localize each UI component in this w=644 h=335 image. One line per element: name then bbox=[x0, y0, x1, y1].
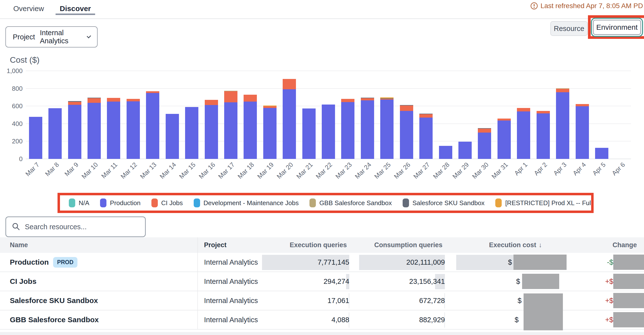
bar-group-mar-25[interactable]: Mar 25 bbox=[377, 71, 397, 159]
header-cell-name[interactable]: Name bbox=[0, 237, 198, 253]
table-body: ProductionPRODInternal Analytics7,771,14… bbox=[0, 253, 644, 329]
header-cell-consumption-queries[interactable]: Consumption queries bbox=[349, 237, 445, 253]
bar-group-mar-15[interactable]: Mar 15 bbox=[182, 71, 201, 159]
bar-group-mar-12[interactable]: Mar 12 bbox=[124, 71, 143, 159]
refresh-notice: Last refreshed Apr 7, 8:05 AM PD bbox=[530, 2, 643, 10]
warning-icon bbox=[530, 2, 538, 10]
bar-group-apr-4[interactable]: Apr 4 bbox=[572, 71, 592, 159]
bar-group-mar-28[interactable]: Mar 28 bbox=[436, 71, 455, 159]
bar-segment bbox=[185, 107, 198, 159]
legend-item[interactable]: GBB Salesforce Sandbox bbox=[310, 198, 392, 207]
resource-button[interactable]: Resource bbox=[550, 21, 588, 36]
bar-segment bbox=[224, 102, 238, 159]
search-input[interactable] bbox=[25, 223, 139, 231]
x-axis-label: Apr 1 bbox=[513, 161, 529, 177]
bar-group-mar-26[interactable]: Mar 26 bbox=[397, 71, 416, 159]
bar-group-mar-11[interactable]: Mar 11 bbox=[104, 71, 124, 159]
legend-swatch-icon bbox=[310, 198, 316, 207]
redaction-box bbox=[524, 293, 563, 330]
bar-segment bbox=[263, 108, 276, 159]
bar-group-mar-17[interactable]: Mar 17 bbox=[221, 71, 240, 159]
legend-item[interactable]: Development - Maintenance Jobs bbox=[194, 198, 299, 207]
bar-group-apr-3[interactable]: Apr 3 bbox=[553, 71, 572, 159]
x-axis-label: Mar 31 bbox=[490, 161, 510, 180]
bar-group-apr-1[interactable]: Apr 1 bbox=[514, 71, 534, 159]
cell-change: +$ bbox=[568, 272, 644, 291]
bar-segment bbox=[517, 111, 530, 159]
resource-name: Production bbox=[10, 258, 49, 266]
bar-group-mar-7[interactable]: Mar 7 bbox=[26, 71, 45, 159]
legend-item[interactable]: CI Jobs bbox=[152, 198, 183, 207]
legend-swatch-icon bbox=[402, 198, 409, 207]
bar-group-mar-8[interactable]: Mar 8 bbox=[45, 71, 65, 159]
header-cell-project[interactable]: Project bbox=[198, 237, 258, 253]
bar-segment bbox=[146, 91, 159, 93]
bar-segment bbox=[536, 111, 550, 113]
bar-group-mar-10[interactable]: Mar 10 bbox=[84, 71, 104, 159]
environment-button[interactable]: Environment bbox=[593, 20, 641, 35]
bar-segment bbox=[68, 105, 81, 159]
cell-consumption-queries: 202,111,009 bbox=[349, 253, 445, 271]
header-cell-execution-queries[interactable]: Execution queries bbox=[258, 237, 349, 253]
bar-group-mar-22[interactable]: Mar 22 bbox=[318, 71, 338, 159]
tab-overview[interactable]: Overview bbox=[13, 0, 44, 19]
bar-group-mar-14[interactable]: Mar 14 bbox=[162, 71, 182, 159]
header-cell-execution-cost[interactable]: Execution cost↓ bbox=[445, 237, 568, 253]
tab-discover[interactable]: Discover bbox=[60, 0, 91, 19]
resource-name: Salesforce SKU Sandbox bbox=[10, 296, 98, 305]
bar-group-mar-23[interactable]: Mar 23 bbox=[338, 71, 358, 159]
table-row[interactable]: CI JobsInternal Analytics294,27423,156,3… bbox=[0, 272, 644, 291]
bar-segment bbox=[419, 118, 432, 159]
cell-name: ProductionPROD bbox=[0, 253, 198, 271]
y-axis-label: 600 bbox=[0, 102, 22, 110]
bar-group-mar-27[interactable]: Mar 27 bbox=[416, 71, 436, 159]
legend-item[interactable]: N/A bbox=[69, 198, 89, 207]
legend-item[interactable]: Salesforce SKU Sandbox bbox=[402, 198, 484, 207]
bar-group-mar-24[interactable]: Mar 24 bbox=[358, 71, 377, 159]
x-axis-label: Mar 7 bbox=[24, 161, 41, 178]
bar-segment bbox=[302, 109, 316, 159]
x-axis-label: Apr 5 bbox=[591, 161, 607, 177]
bar-group-mar-9[interactable]: Mar 9 bbox=[65, 71, 84, 159]
change-sign: +$ bbox=[605, 316, 613, 324]
bar-segment bbox=[283, 79, 296, 89]
legend-item[interactable]: [RESTRICTED] Prod XL -- Full-Refresh job… bbox=[495, 198, 594, 207]
legend-label: Production bbox=[110, 199, 140, 207]
bar-group-mar-20[interactable]: Mar 20 bbox=[280, 71, 299, 159]
x-axis-label: Mar 24 bbox=[354, 161, 373, 180]
bar-group-mar-19[interactable]: Mar 19 bbox=[260, 71, 280, 159]
table-row[interactable]: ProductionPRODInternal Analytics7,771,14… bbox=[0, 253, 644, 272]
annotation-box-legend: N/AProductionCI JobsDevelopment - Mainte… bbox=[58, 193, 594, 213]
x-axis-label: Mar 16 bbox=[197, 161, 216, 180]
bar-group-mar-29[interactable]: Mar 29 bbox=[455, 71, 475, 159]
bar-group-mar-18[interactable]: Mar 18 bbox=[241, 71, 260, 159]
sort-desc-icon: ↓ bbox=[539, 241, 542, 249]
legend-item[interactable]: Production bbox=[100, 198, 140, 207]
bar-group-mar-21[interactable]: Mar 21 bbox=[299, 71, 318, 159]
table-row[interactable]: Salesforce SKU SandboxInternal Analytics… bbox=[0, 291, 644, 310]
bar-segment bbox=[341, 99, 354, 102]
bar-group-apr-5[interactable]: Apr 5 bbox=[592, 71, 611, 159]
y-axis-label: 1,000 bbox=[0, 67, 22, 75]
cell-name: GBB Salesforce Sandbox bbox=[0, 310, 198, 329]
bar-segment bbox=[48, 108, 62, 159]
bar-group-mar-16[interactable]: Mar 16 bbox=[202, 71, 221, 159]
header-cell-change[interactable]: Change bbox=[568, 237, 644, 253]
cell-name: Salesforce SKU Sandbox bbox=[0, 291, 198, 310]
bar-group-mar-13[interactable]: Mar 13 bbox=[143, 71, 162, 159]
bar-segment bbox=[498, 119, 511, 121]
legend-swatch-icon bbox=[495, 198, 502, 207]
bar-group-mar-30[interactable]: Mar 30 bbox=[475, 71, 494, 159]
cell-change: -$ bbox=[568, 253, 644, 271]
bar-segment bbox=[556, 89, 569, 92]
cell-execution-cost: $ bbox=[445, 272, 568, 291]
bar-segment bbox=[576, 106, 589, 159]
bar-group-apr-6[interactable]: Apr 6 bbox=[612, 71, 631, 159]
tab-list: OverviewDiscover bbox=[0, 0, 107, 19]
bar-group-apr-2[interactable]: Apr 2 bbox=[534, 71, 553, 159]
cell-execution-queries: 294,274 bbox=[258, 272, 349, 291]
legend-swatch-icon bbox=[69, 198, 75, 207]
project-filter-dropdown[interactable]: Project Internal Analytics bbox=[6, 26, 98, 48]
bar-group-mar-31[interactable]: Mar 31 bbox=[494, 71, 514, 159]
cell-execution-queries: 7,771,145 bbox=[258, 253, 349, 271]
